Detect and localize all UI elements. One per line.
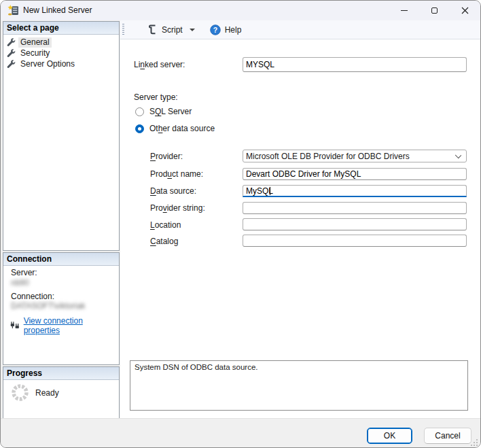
resize-grip[interactable] [470, 438, 478, 447]
provider-description-box: System DSN of ODBC data source. [130, 360, 468, 411]
data-source-label: Data source: [150, 186, 196, 196]
chevron-down-icon [455, 152, 461, 158]
data-source-input[interactable] [243, 185, 467, 197]
product-name-label: Product name: [150, 169, 203, 179]
radio-circle [135, 124, 144, 133]
wrench-icon [6, 48, 16, 58]
sidebar-item-general[interactable]: General [6, 37, 52, 48]
ok-button[interactable]: OK [367, 428, 412, 444]
linked-server-label: Linked server: [134, 60, 185, 69]
sidebar-item-label: General [18, 37, 52, 48]
connection-header: Connection [3, 253, 119, 266]
progress-panel: Progress Ready [3, 366, 120, 421]
radio-sql-server-label: SQL Server [149, 107, 192, 116]
location-label: Location [150, 220, 181, 230]
sidebar-item-security[interactable]: Security [6, 48, 52, 58]
close-icon [461, 7, 469, 14]
svg-text:?: ? [213, 25, 217, 33]
script-icon [147, 24, 158, 35]
new-server-icon [7, 5, 19, 16]
sidebar-item-label: Security [18, 48, 52, 58]
radio-other-data-source-label: Other data source [149, 124, 215, 133]
catalog-input[interactable] [243, 235, 467, 247]
radio-sql-server[interactable]: SQL Server [135, 107, 192, 116]
dialog-footer: OK Cancel [1, 418, 480, 448]
minimize-icon [401, 10, 408, 11]
cancel-button[interactable]: Cancel [424, 428, 471, 444]
linked-server-input[interactable] [243, 57, 467, 72]
sidebar-item-server-options[interactable]: Server Options [6, 58, 77, 69]
progress-spinner-icon [11, 383, 29, 402]
window-title: New Linked Server [23, 1, 92, 20]
server-label: Server: [11, 268, 37, 277]
catalog-label: Catalog [150, 237, 178, 246]
script-dropdown-arrow-icon [190, 29, 195, 31]
general-page-content: Linked server: Server type: SQL Server O… [120, 39, 480, 418]
text-cursor [270, 187, 270, 195]
script-label: Script [162, 25, 183, 35]
sidebar-item-label: Server Options [18, 59, 77, 69]
radio-circle [135, 107, 144, 116]
script-button[interactable]: Script [143, 22, 199, 37]
titlebar: New Linked Server [1, 1, 480, 20]
location-input[interactable] [243, 218, 467, 230]
plug-icon [10, 321, 20, 331]
toolbar: Script ? Help [120, 20, 480, 39]
new-linked-server-dialog: New Linked Server Select a page General [0, 0, 481, 448]
close-button[interactable] [450, 1, 480, 20]
connection-panel: Connection Server: nb90 Connection: DATA… [3, 252, 120, 365]
help-label: Help [225, 25, 242, 35]
radio-other-data-source[interactable]: Other data source [135, 124, 215, 133]
progress-header: Progress [3, 367, 119, 380]
server-value: nb90 [11, 278, 29, 288]
provider-string-input[interactable] [243, 202, 467, 214]
progress-status: Ready [35, 388, 59, 398]
toolbar-grip[interactable] [122, 24, 124, 36]
provider-string-label: Provider string: [150, 203, 205, 213]
maximize-button[interactable] [419, 1, 450, 20]
wrench-icon [6, 37, 16, 47]
wrench-icon [6, 59, 16, 69]
view-connection-properties-link[interactable]: View connection properties [24, 316, 119, 335]
provider-select[interactable]: Microsoft OLE DB Provider for ODBC Drive… [243, 150, 467, 162]
help-button[interactable]: ? Help [206, 22, 246, 37]
maximize-icon [431, 7, 438, 14]
server-type-label: Server type: [134, 92, 178, 102]
product-name-input[interactable] [243, 168, 467, 180]
minimize-button[interactable] [389, 1, 419, 20]
help-icon: ? [210, 24, 221, 35]
provider-label: Provider: [150, 152, 183, 161]
select-a-page-header: Select a page [3, 22, 119, 35]
select-a-page-panel: Select a page General Security Server Op… [3, 21, 120, 251]
connection-label: Connection: [11, 292, 54, 301]
connection-value: DATASOFT\viktoriak [11, 301, 86, 311]
provider-selected-value: Microsoft OLE DB Provider for ODBC Drive… [246, 152, 410, 161]
